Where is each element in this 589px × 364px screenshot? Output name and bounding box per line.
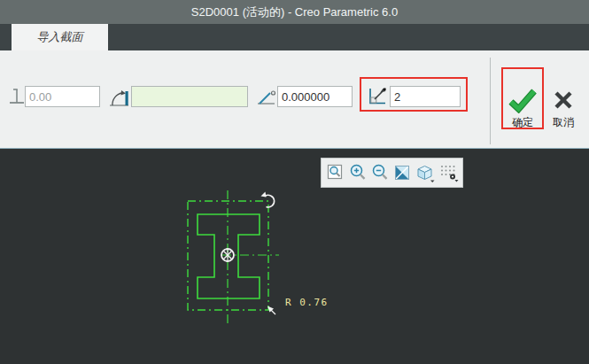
tab-label: 导入截面: [37, 29, 83, 45]
cancel-label: 取消: [553, 116, 574, 128]
zoom-box-icon[interactable]: [326, 161, 345, 184]
display-style-icon[interactable]: [415, 161, 436, 184]
offset-input[interactable]: [25, 86, 100, 107]
scale-icon: [367, 84, 388, 106]
radius-dimension-label: R 0.76: [285, 297, 329, 308]
zoom-in-icon[interactable]: [348, 161, 368, 184]
angle-input[interactable]: [277, 86, 353, 107]
window-titlebar: S2D0001 (活动的) - Creo Parametric 6.0: [0, 0, 589, 24]
datum-display-icon[interactable]: [438, 161, 460, 184]
tab-import-section[interactable]: 导入截面: [12, 24, 108, 50]
toolbar-separator: [490, 58, 491, 144]
ok-label: 确定: [512, 116, 533, 128]
view-toolbar: [321, 158, 463, 188]
window-title: S2D0001 (活动的) - Creo Parametric 6.0: [191, 4, 398, 20]
perpendicular-offset-icon: [8, 86, 26, 107]
creo-window: S2D0001 (活动的) - Creo Parametric 6.0 导入截面: [0, 0, 589, 364]
cancel-x-icon: [547, 87, 579, 113]
angle-icon: [256, 88, 277, 107]
imported-section-sketch: [0, 149, 589, 364]
cancel-button[interactable]: 取消: [544, 87, 583, 138]
rotate-handle[interactable]: [261, 192, 275, 207]
ribbon-tab-row: 导入截面: [0, 24, 589, 50]
repaint-icon[interactable]: [392, 161, 412, 184]
zoom-out-icon[interactable]: [370, 161, 390, 184]
import-section-dashboard: 确定 取消: [0, 50, 589, 149]
scale-input[interactable]: [390, 86, 461, 107]
ok-check-icon: [507, 87, 539, 113]
graphics-area[interactable]: R 0.76: [0, 149, 589, 364]
rotation-reference-input[interactable]: [131, 86, 248, 107]
rotate-reference-icon: [108, 84, 131, 109]
ok-button[interactable]: 确定: [503, 87, 542, 138]
